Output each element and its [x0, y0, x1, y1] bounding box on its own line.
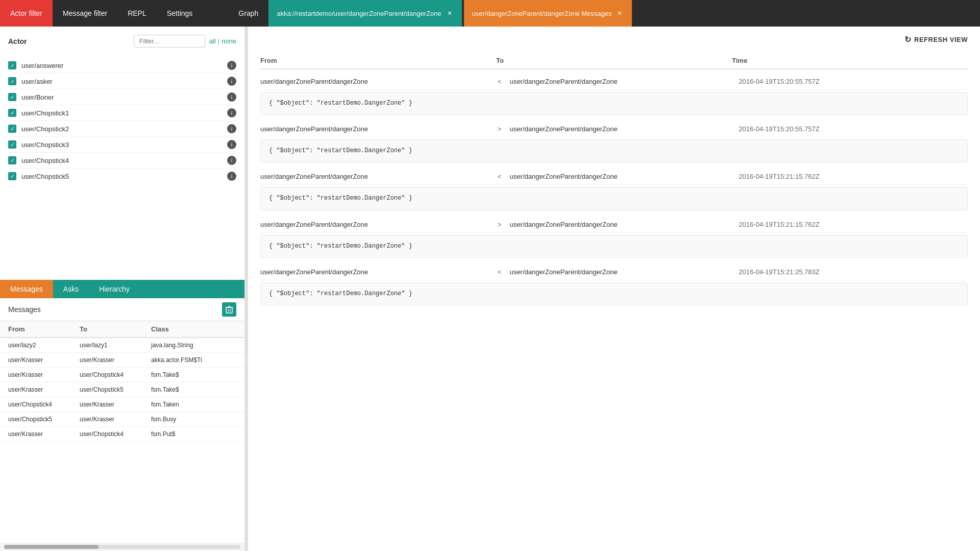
msg-class-4: fsm.Taken	[143, 397, 244, 412]
table-row[interactable]: user/Chopstick4 user/Krasser fsm.Taken	[0, 397, 244, 412]
msg-from-2: user/Krasser	[0, 367, 71, 382]
actor-checkbox-2[interactable]	[8, 93, 16, 101]
scrollbar-area	[0, 543, 244, 551]
right-col-from: From	[260, 57, 496, 64]
table-row[interactable]: user/Krasser user/Chopstick5 fsm.Take$	[0, 382, 244, 397]
actor-info-icon-2[interactable]: i	[227, 92, 236, 102]
actor-name-6: user/Chopstick4	[21, 157, 222, 164]
msg-class-2: fsm.Take$	[143, 367, 244, 382]
msg-to-4: user/Krasser	[71, 397, 143, 412]
actor-checkbox-4[interactable]	[8, 125, 16, 133]
msg-row-3[interactable]: user/dangerZoneParent/dangerZone > user/…	[260, 217, 968, 233]
message-entry: user/dangerZoneParent/dangerZone > user/…	[260, 217, 968, 258]
msg-direction-4: <	[489, 268, 510, 276]
actor-name-1: user/asker	[21, 78, 222, 85]
actor-info-icon-6[interactable]: i	[227, 156, 236, 165]
trash-button[interactable]	[222, 302, 236, 317]
msg-detail-4: { "$object": "restartDemo.DangerZone" }	[260, 282, 968, 305]
left-panel: Actor all | none user/answerer i user/as…	[0, 27, 245, 551]
actor-info-icon-0[interactable]: i	[227, 61, 236, 70]
right-col-time: Time	[732, 57, 968, 64]
right-panel: ↻ REFRESH VIEW From To Time user/dangerZ…	[248, 27, 980, 551]
svg-rect-0	[226, 307, 232, 313]
msg-class-0: java.lang.String	[143, 338, 244, 353]
msg-row-from-1: user/dangerZoneParent/dangerZone	[260, 125, 489, 133]
nav-repl[interactable]: REPL	[117, 0, 157, 27]
col-header-class: Class	[143, 321, 244, 338]
msg-from-5: user/Chopstick5	[0, 412, 71, 426]
tab2-close-button[interactable]: ✕	[616, 9, 624, 17]
main-layout: Actor all | none user/answerer i user/as…	[0, 27, 980, 551]
actor-checkbox-1[interactable]	[8, 77, 16, 85]
right-table-header: From To Time	[260, 53, 968, 69]
tab-akka-path[interactable]: akka://restartdemo/user/dangerZoneParent…	[268, 0, 461, 27]
bottom-tab-messages[interactable]: Messages	[0, 280, 53, 298]
table-row[interactable]: user/Krasser user/Chopstick4 fsm.Take$	[0, 367, 244, 382]
actor-info-icon-5[interactable]: i	[227, 140, 236, 149]
msg-time-0: 2016-04-19T15:20:55.757Z	[739, 78, 968, 85]
msg-class-1: akka.actor.FSM$Ti	[143, 352, 244, 367]
messages-section: Messages	[0, 298, 244, 321]
actor-info-icon-4[interactable]: i	[227, 124, 236, 133]
actor-name-5: user/Chopstick3	[21, 141, 222, 149]
msg-row-0[interactable]: user/dangerZoneParent/dangerZone < user/…	[260, 74, 968, 90]
actor-item: user/Chopstick2 i	[8, 121, 236, 137]
actor-info-icon-1[interactable]: i	[227, 77, 236, 86]
actor-name-2: user/Boner	[21, 93, 222, 101]
actor-name-4: user/Chopstick2	[21, 125, 222, 133]
message-entry: user/dangerZoneParent/dangerZone > user/…	[260, 121, 968, 162]
msg-row-to-0: user/dangerZoneParent/dangerZone	[510, 78, 739, 85]
actor-item: user/asker i	[8, 74, 236, 89]
msg-to-0: user/lazy1	[71, 338, 143, 353]
refresh-button[interactable]: ↻ REFRESH VIEW	[904, 35, 968, 44]
messages-table-header: From To Class	[0, 321, 244, 338]
tab-area: Graph akka://restartdemo/user/dangerZone…	[203, 0, 980, 27]
all-link[interactable]: all	[209, 37, 216, 45]
bottom-tab-hierarchy[interactable]: Hierarchy	[89, 280, 140, 298]
nav-graph[interactable]: Graph	[228, 0, 268, 27]
messages-label: Messages	[8, 305, 41, 314]
actor-section: Actor all | none	[0, 27, 244, 58]
msg-time-1: 2016-04-19T15:20:55.757Z	[739, 125, 968, 133]
actor-list: user/answerer i user/asker i user/Boner …	[0, 58, 244, 280]
actor-checkbox-0[interactable]	[8, 61, 16, 69]
scrollbar-track[interactable]	[4, 545, 240, 549]
actor-checkbox-3[interactable]	[8, 109, 16, 117]
table-row[interactable]: user/Chopstick5 user/Krasser fsm.Busy	[0, 412, 244, 426]
tab1-close-button[interactable]: ✕	[446, 9, 454, 17]
msg-row-to-1: user/dangerZoneParent/dangerZone	[510, 125, 739, 133]
separator: |	[218, 37, 219, 45]
msg-row-to-4: user/dangerZoneParent/dangerZone	[510, 268, 739, 276]
msg-row-2[interactable]: user/dangerZoneParent/dangerZone < user/…	[260, 169, 968, 185]
msg-class-6: fsm.Put$	[143, 426, 244, 441]
msg-row-4[interactable]: user/dangerZoneParent/dangerZone < user/…	[260, 264, 968, 280]
actor-info-icon-3[interactable]: i	[227, 108, 236, 117]
nav-settings[interactable]: Settings	[157, 0, 203, 27]
msg-to-6: user/Chopstick4	[71, 426, 143, 441]
msg-row-1[interactable]: user/dangerZoneParent/dangerZone > user/…	[260, 121, 968, 137]
msg-direction-2: <	[489, 173, 510, 180]
actor-checkbox-7[interactable]	[8, 172, 16, 180]
table-row[interactable]: user/lazy2 user/lazy1 java.lang.String	[0, 338, 244, 353]
actor-info-icon-7[interactable]: i	[227, 172, 236, 181]
actor-checkbox-5[interactable]	[8, 140, 16, 149]
nav-message-filter[interactable]: Message filter	[53, 0, 117, 27]
msg-detail-2: { "$object": "restartDemo.DangerZone" }	[260, 187, 968, 210]
table-row[interactable]: user/Krasser user/Krasser akka.actor.FSM…	[0, 352, 244, 367]
table-row[interactable]: user/Krasser user/Chopstick4 fsm.Put$	[0, 426, 244, 441]
tab-messages[interactable]: user/dangerZoneParent/dangerZone Message…	[464, 0, 632, 27]
msg-direction-1: >	[489, 125, 510, 133]
nav-actor-filter[interactable]: Actor filter	[0, 0, 53, 27]
right-entries: user/dangerZoneParent/dangerZone < user/…	[260, 74, 968, 305]
actor-filter-input[interactable]	[134, 35, 205, 47]
scrollbar-thumb[interactable]	[4, 545, 99, 549]
none-link[interactable]: none	[222, 37, 236, 45]
msg-to-2: user/Chopstick4	[71, 367, 143, 382]
actor-checkbox-6[interactable]	[8, 156, 16, 164]
filter-controls: all | none	[134, 35, 236, 47]
actor-name-7: user/Chopstick5	[21, 173, 222, 180]
bottom-tab-asks[interactable]: Asks	[53, 280, 89, 298]
msg-from-1: user/Krasser	[0, 352, 71, 367]
actor-item: user/answerer i	[8, 58, 236, 74]
actor-header: Actor all | none	[8, 35, 236, 47]
